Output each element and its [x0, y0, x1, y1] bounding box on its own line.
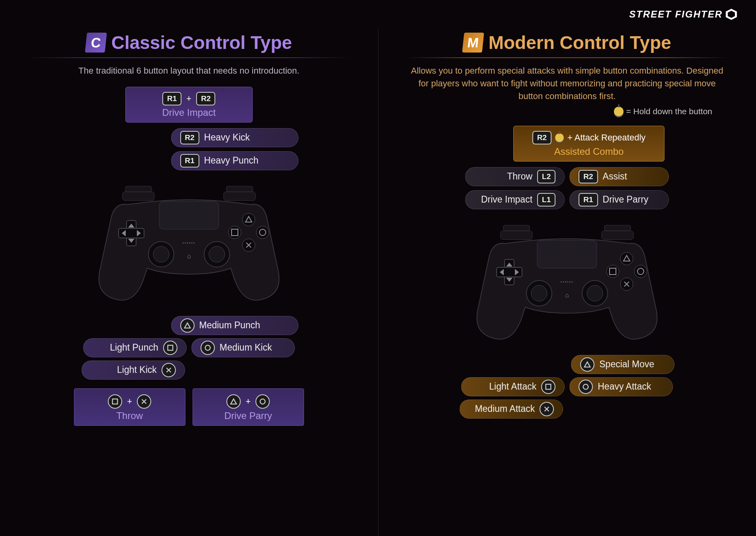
classic-drive-impact-box: R1 + R2 Drive Impact [125, 87, 253, 123]
svg-text:⌂: ⌂ [187, 253, 191, 259]
square-icon [108, 394, 122, 409]
modern-title: Modern Control Type [489, 32, 671, 53]
modern-r2-row: R2 Assist [569, 167, 669, 186]
svg-point-7 [242, 213, 255, 226]
modern-combo-box: R2 + Attack Repeatedly Assisted Combo [513, 126, 664, 162]
svg-point-56 [583, 384, 588, 389]
classic-badge: C [85, 33, 107, 53]
svg-rect-27 [113, 399, 118, 404]
svg-point-26 [205, 345, 210, 351]
modern-badge: M [462, 33, 484, 53]
modern-l2-row: Throw L2 [465, 167, 565, 186]
game-logo: STREET FIGHTER [629, 9, 737, 20]
classic-parry-box: + Drive Parry [193, 388, 304, 426]
classic-panel: C Classic Control Type The traditional 6… [0, 28, 378, 536]
svg-point-29 [260, 399, 265, 404]
svg-point-41 [634, 265, 647, 278]
cross-icon [137, 394, 151, 409]
square-icon [541, 380, 555, 394]
hold-icon [555, 133, 564, 142]
divider [27, 57, 351, 58]
classic-circle-row: Medium Kick [191, 338, 295, 357]
modern-circle-row: Heavy Attack [569, 377, 673, 396]
classic-r1-row: R1 Heavy Punch [171, 151, 298, 170]
svg-point-37 [620, 252, 633, 265]
r1-key: R1 [162, 92, 181, 105]
svg-rect-21 [224, 192, 255, 201]
square-icon [163, 341, 177, 355]
modern-triangle-row: Special Move [571, 355, 674, 374]
svg-point-11 [256, 226, 269, 239]
svg-point-45 [531, 285, 547, 301]
svg-rect-55 [546, 384, 551, 389]
svg-point-47 [587, 285, 603, 301]
hold-legend: = Hold down the button [394, 107, 740, 116]
svg-rect-52 [503, 225, 530, 231]
classic-triangle-row: Medium Punch [171, 316, 298, 335]
svg-rect-30 [537, 240, 597, 268]
logo-hex-icon [726, 9, 737, 20]
svg-marker-28 [231, 399, 236, 404]
svg-rect-25 [168, 345, 173, 351]
classic-subtitle: The traditional 6 button layout that nee… [16, 64, 362, 77]
modern-r1-row: R1 Drive Parry [569, 190, 669, 209]
classic-title: Classic Control Type [111, 32, 292, 53]
svg-rect-20 [123, 192, 154, 201]
modern-cross-row: Medium Attack [460, 400, 563, 419]
svg-text:••••••: •••••• [561, 280, 574, 284]
svg-rect-51 [602, 231, 633, 240]
divider [405, 57, 729, 58]
svg-rect-53 [604, 225, 631, 231]
circle-icon [255, 394, 270, 409]
svg-marker-24 [184, 323, 190, 328]
r2-key: R2 [532, 131, 551, 144]
triangle-icon [580, 357, 594, 372]
hold-icon [614, 107, 624, 116]
svg-marker-54 [585, 362, 590, 367]
svg-point-15 [153, 246, 169, 262]
classic-square-row: Light Punch [83, 338, 187, 357]
triangle-icon [180, 318, 195, 333]
classic-cross-row: Light Kick [82, 361, 185, 380]
r2-key: R2 [196, 92, 215, 105]
svg-rect-0 [159, 201, 219, 229]
modern-panel: M Modern Control Type Allows you to perf… [378, 28, 756, 536]
cross-icon [540, 402, 554, 416]
triangle-icon [226, 394, 241, 409]
modern-subtitle: Allows you to perform special attacks wi… [394, 64, 740, 103]
svg-point-9 [228, 226, 241, 239]
svg-text:⌂: ⌂ [565, 292, 569, 298]
svg-point-17 [209, 246, 225, 262]
svg-rect-22 [125, 186, 152, 192]
svg-point-39 [606, 265, 619, 278]
classic-r2-row: R2 Heavy Kick [171, 128, 298, 147]
controller-icon: ⌂ •••••• [92, 181, 286, 304]
svg-rect-50 [501, 231, 532, 240]
svg-rect-23 [226, 186, 253, 192]
modern-l1-row: Drive Impact L1 [465, 190, 565, 209]
modern-square-row: Light Attack [461, 377, 565, 396]
svg-text:••••••: •••••• [182, 241, 195, 245]
circle-icon [579, 380, 593, 394]
circle-icon [201, 341, 215, 355]
classic-throw-box: + Throw [74, 388, 185, 426]
controller-icon: ⌂ •••••• [470, 220, 664, 343]
cross-icon [162, 363, 176, 377]
